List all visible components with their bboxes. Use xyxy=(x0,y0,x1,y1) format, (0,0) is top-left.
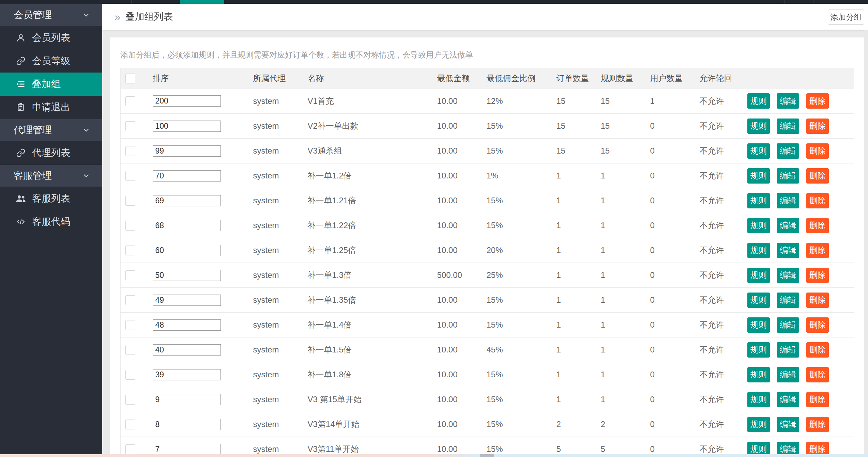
sidebar-item-service-code[interactable]: 客服代码 xyxy=(0,210,102,233)
sort-input[interactable] xyxy=(153,419,221,430)
delete-button[interactable]: 删除 xyxy=(806,193,829,208)
sort-input[interactable] xyxy=(153,95,221,107)
rules-button[interactable]: 规则 xyxy=(747,342,770,358)
users-icon xyxy=(15,193,27,204)
row-checkbox[interactable] xyxy=(125,320,135,330)
select-all-checkbox[interactable] xyxy=(125,74,135,83)
active-tab-indicator[interactable] xyxy=(180,0,224,4)
edit-button[interactable]: 编辑 xyxy=(777,193,799,208)
sidebar-item-apply-exit[interactable]: 申请退出 xyxy=(0,96,102,119)
delete-button[interactable]: 删除 xyxy=(806,243,829,258)
rules-button[interactable]: 规则 xyxy=(747,417,770,432)
add-group-button[interactable]: 添加分组 xyxy=(828,10,864,25)
edit-button[interactable]: 编辑 xyxy=(777,268,799,283)
rules-button[interactable]: 规则 xyxy=(747,93,770,109)
delete-button[interactable]: 删除 xyxy=(806,168,829,184)
edit-button[interactable]: 编辑 xyxy=(777,218,799,233)
row-checkbox[interactable] xyxy=(125,121,135,131)
rules-button[interactable]: 规则 xyxy=(747,268,770,283)
row-checkbox[interactable] xyxy=(125,370,135,380)
agent-cell: system xyxy=(248,263,303,288)
rules-button[interactable]: 规则 xyxy=(747,243,770,258)
delete-button[interactable]: 删除 xyxy=(806,367,829,382)
edit-button[interactable]: 编辑 xyxy=(777,417,799,432)
edit-button[interactable]: 编辑 xyxy=(777,293,799,308)
delete-button[interactable]: 删除 xyxy=(806,417,829,432)
sort-input[interactable] xyxy=(153,344,221,356)
edit-button[interactable]: 编辑 xyxy=(777,342,799,358)
sort-input[interactable] xyxy=(153,295,221,306)
sort-input[interactable] xyxy=(153,319,221,331)
delete-button[interactable]: 删除 xyxy=(806,218,829,233)
edit-button[interactable]: 编辑 xyxy=(777,367,799,382)
rules-button[interactable]: 规则 xyxy=(747,367,770,382)
notice-text: 添加分组后，必须添加规则，并且规则需要对应好订单个数，若出现不对称情况，会导致用… xyxy=(120,50,854,60)
edit-button[interactable]: 编辑 xyxy=(777,243,799,258)
sort-input[interactable] xyxy=(153,270,221,281)
row-checkbox[interactable] xyxy=(125,420,135,429)
row-checkbox[interactable] xyxy=(125,196,135,206)
edit-button[interactable]: 编辑 xyxy=(777,168,799,184)
row-checkbox[interactable] xyxy=(125,270,135,280)
rules-button[interactable]: 规则 xyxy=(747,218,770,233)
delete-button[interactable]: 删除 xyxy=(806,392,829,407)
rules-button[interactable]: 规则 xyxy=(747,193,770,208)
edit-button[interactable]: 编辑 xyxy=(777,442,799,455)
delete-button[interactable]: 删除 xyxy=(806,342,829,358)
edit-button[interactable]: 编辑 xyxy=(777,93,799,109)
delete-button[interactable]: 删除 xyxy=(806,93,829,109)
delete-button[interactable]: 删除 xyxy=(806,143,829,159)
edit-button[interactable]: 编辑 xyxy=(777,392,799,407)
sort-input[interactable] xyxy=(153,220,221,231)
name-cell: 补一单1.5倍 xyxy=(303,337,432,362)
sort-input[interactable] xyxy=(153,195,221,206)
sort-input[interactable] xyxy=(153,145,221,157)
users-cell: 0 xyxy=(645,362,695,387)
sidebar-item-overlay-group[interactable]: 叠加组 xyxy=(0,73,102,96)
row-checkbox[interactable] xyxy=(125,171,135,181)
edit-button[interactable]: 编辑 xyxy=(777,317,799,333)
row-checkbox[interactable] xyxy=(125,246,135,255)
rules-button[interactable]: 规则 xyxy=(747,293,770,308)
delete-button[interactable]: 删除 xyxy=(806,317,829,333)
row-checkbox[interactable] xyxy=(125,345,135,355)
edit-button[interactable]: 编辑 xyxy=(777,119,799,134)
rules-button[interactable]: 规则 xyxy=(747,317,770,333)
sort-input[interactable] xyxy=(153,394,221,405)
delete-button[interactable]: 删除 xyxy=(806,268,829,283)
horizontal-scrollbar-thumb[interactable] xyxy=(480,454,494,457)
rules-button[interactable]: 规则 xyxy=(747,168,770,184)
column-header-agent: 所属代理 xyxy=(248,68,303,89)
sort-input[interactable] xyxy=(153,245,221,256)
sort-input[interactable] xyxy=(153,369,221,380)
rules-button[interactable]: 规则 xyxy=(747,143,770,159)
sidebar-item-member-management[interactable]: 会员管理 xyxy=(0,4,102,26)
link-icon xyxy=(15,56,27,66)
sidebar-item-service-management[interactable]: 客服管理 xyxy=(0,164,102,187)
sort-input[interactable] xyxy=(153,170,221,182)
row-checkbox[interactable] xyxy=(125,221,135,231)
min-amount-cell: 10.00 xyxy=(432,437,482,455)
sort-input[interactable] xyxy=(153,121,221,132)
row-checkbox[interactable] xyxy=(125,146,135,156)
sidebar-item-member-list[interactable]: 会员列表 xyxy=(0,26,102,49)
agent-cell: system xyxy=(248,362,303,387)
sidebar-item-agent-management[interactable]: 代理管理 xyxy=(0,119,102,141)
sidebar-item-agent-list[interactable]: 代理列表 xyxy=(0,141,102,164)
row-checkbox[interactable] xyxy=(125,96,135,106)
row-checkbox[interactable] xyxy=(125,395,135,405)
rules-button[interactable]: 规则 xyxy=(747,392,770,407)
delete-button[interactable]: 删除 xyxy=(806,442,829,455)
row-checkbox[interactable] xyxy=(125,444,135,454)
sidebar-item-member-level[interactable]: 会员等级 xyxy=(0,49,102,73)
delete-button[interactable]: 删除 xyxy=(806,293,829,308)
row-checkbox[interactable] xyxy=(125,295,135,305)
sort-input[interactable] xyxy=(153,444,221,455)
rules-button[interactable]: 规则 xyxy=(747,119,770,134)
sidebar-item-service-list[interactable]: 客服列表 xyxy=(0,187,102,210)
horizontal-scrollbar-track[interactable] xyxy=(0,454,868,457)
vertical-scrollbar-track[interactable] xyxy=(864,30,868,457)
edit-button[interactable]: 编辑 xyxy=(777,143,799,159)
delete-button[interactable]: 删除 xyxy=(806,119,829,134)
rules-button[interactable]: 规则 xyxy=(747,442,770,455)
